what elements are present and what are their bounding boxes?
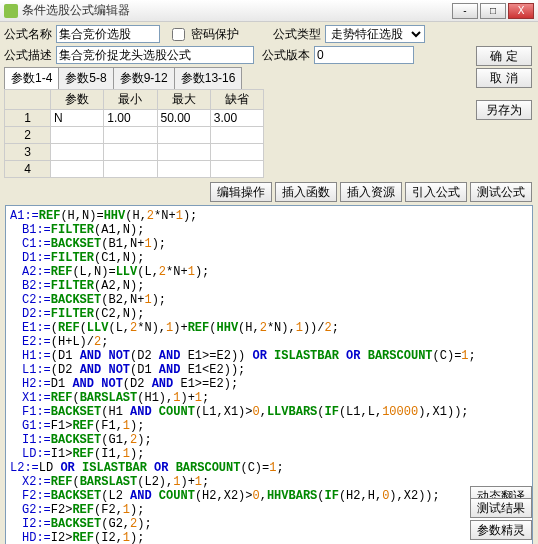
- label-formula-version: 公式版本: [262, 47, 310, 64]
- code-editor[interactable]: A1:=REF(H,N)=HHV(H,2*N+1);B1:=FILTER(A1,…: [5, 205, 533, 544]
- param-tabs: 参数1-4 参数5-8 参数9-12 参数13-16: [0, 67, 538, 89]
- app-icon: [4, 4, 18, 18]
- close-button[interactable]: X: [508, 3, 534, 19]
- cancel-button[interactable]: 取 消: [476, 68, 532, 88]
- param-wizard-button[interactable]: 参数精灵: [470, 520, 532, 540]
- minimize-button[interactable]: -: [452, 3, 478, 19]
- tab-params-13-16[interactable]: 参数13-16: [174, 67, 243, 89]
- test-formula-button[interactable]: 测试公式: [470, 182, 532, 202]
- ok-button[interactable]: 确 定: [476, 46, 532, 66]
- col-min: 最小: [104, 90, 157, 110]
- param-row: 1N1.0050.003.00: [5, 110, 264, 127]
- save-as-button[interactable]: 另存为: [476, 100, 532, 120]
- formula-version-input[interactable]: [314, 46, 414, 64]
- tab-params-9-12[interactable]: 参数9-12: [113, 67, 175, 89]
- param-row: 2: [5, 127, 264, 144]
- param-row: 3: [5, 144, 264, 161]
- import-formula-button[interactable]: 引入公式: [405, 182, 467, 202]
- formula-desc-input[interactable]: [56, 46, 254, 64]
- edit-op-button[interactable]: 编辑操作: [210, 182, 272, 202]
- tab-params-5-8[interactable]: 参数5-8: [58, 67, 113, 89]
- window-title: 条件选股公式编辑器: [22, 2, 452, 19]
- tab-params-1-4[interactable]: 参数1-4: [4, 67, 59, 89]
- param-row: 4: [5, 161, 264, 178]
- label-formula-name: 公式名称: [4, 26, 52, 43]
- col-param: 参数: [51, 90, 104, 110]
- insert-fn-button[interactable]: 插入函数: [275, 182, 337, 202]
- param-grid[interactable]: 参数 最小 最大 缺省 1N1.0050.003.00 2 3 4: [4, 89, 264, 178]
- formula-name-input[interactable]: [56, 25, 160, 43]
- col-max: 最大: [157, 90, 210, 110]
- col-def: 缺省: [210, 90, 263, 110]
- titlebar: 条件选股公式编辑器 - □ X: [0, 0, 538, 22]
- insert-res-button[interactable]: 插入资源: [340, 182, 402, 202]
- label-pwd-protect: 密码保护: [191, 26, 239, 43]
- maximize-button[interactable]: □: [480, 3, 506, 19]
- test-result-button[interactable]: 测试结果: [470, 498, 532, 518]
- label-formula-desc: 公式描述: [4, 47, 52, 64]
- formula-type-select[interactable]: 走势特征选股: [325, 25, 425, 43]
- pwd-protect-checkbox[interactable]: [172, 28, 185, 41]
- label-formula-type: 公式类型: [273, 26, 321, 43]
